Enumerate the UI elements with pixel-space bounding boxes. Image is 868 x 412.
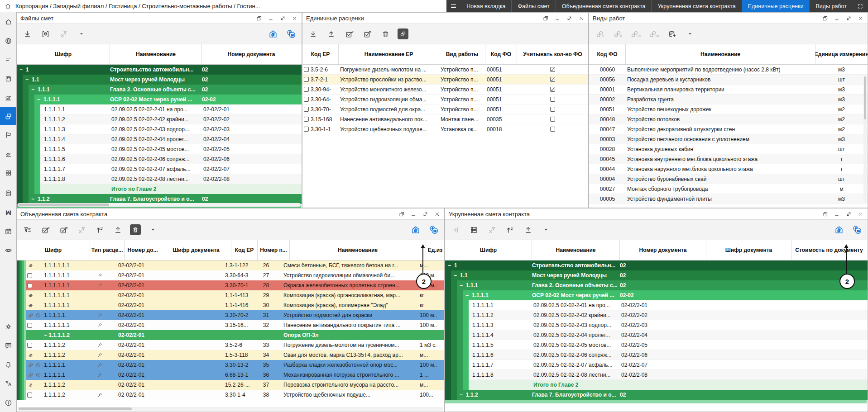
column-header[interactable]: Наименование ЕР — [339, 44, 439, 64]
maximize-icon[interactable] — [844, 210, 853, 218]
chain-icon[interactable]: v — [594, 28, 605, 40]
row-checkbox[interactable] — [304, 117, 309, 122]
tab-Единичные расценки[interactable]: Единичные расценки — [742, 0, 810, 12]
column-header[interactable]: Шифр — [445, 240, 532, 260]
minimize-icon[interactable] — [266, 14, 275, 22]
table-row[interactable]: 1.1.1.1.602.09.02.5 02-02-2-06 сопряж...… — [445, 350, 868, 360]
table-row[interactable]: 3.5-2-6Погружение дизель-молотом на ...У… — [302, 65, 588, 75]
maximize-icon[interactable] — [421, 210, 430, 218]
table-row[interactable]: 1.1.1.1.1.102-02/2-013.30-64-327Устройст… — [17, 270, 444, 280]
row-checkbox[interactable] — [304, 97, 309, 102]
column-header[interactable]: Шифр документа — [161, 240, 231, 260]
table-row[interactable]: 00002Разработка грунтам3 — [589, 95, 868, 104]
vertical-scrollbar[interactable] — [863, 76, 867, 202]
table-row[interactable]: − 1.1.1.1.202-02/2-01Опора ОП-3л — [17, 330, 444, 340]
table-row[interactable]: 00044Установка наружного мет.блока цокол… — [589, 164, 868, 174]
menu-icon[interactable] — [446, 0, 460, 12]
table-row[interactable]: 1.1.1.1.302.09.02.5 02-02-2-03 подпор...… — [17, 124, 302, 134]
table-row[interactable]: −1.1.1Глава 2. Основные объекты с...02 — [445, 280, 868, 290]
sidebar-item-chart-icon[interactable] — [0, 88, 16, 107]
filter-menu-icon[interactable] — [21, 224, 33, 236]
table-row[interactable]: 00056Посадка деревьев и кустарниковшт — [589, 75, 868, 85]
restore-icon[interactable] — [397, 210, 406, 218]
table-row[interactable]: 00027Монтаж сборного трубопроводам — [589, 184, 868, 194]
fo-count-checkbox[interactable] — [550, 97, 555, 102]
minimize-icon[interactable] — [832, 14, 841, 22]
sidebar-item-bell-icon[interactable] — [0, 355, 16, 374]
sidebar-item-eye-icon[interactable] — [0, 241, 16, 260]
column-header[interactable]: Тип расце... — [90, 240, 125, 260]
table-row[interactable]: 1.1.1.1.202-02/2-011.5-3-11834Сваи для м… — [17, 350, 444, 360]
row-checkbox[interactable] — [304, 67, 309, 72]
sidebar-item-grid-icon[interactable] — [0, 163, 16, 182]
sidebar-item-calendar-icon[interactable] — [0, 222, 16, 241]
row-checkbox[interactable] — [27, 273, 32, 278]
table-row[interactable]: −1Строительство автомобильн...02 — [445, 260, 868, 270]
upload-icon[interactable] — [325, 28, 337, 40]
column-header[interactable]: Код ЕР — [231, 240, 258, 260]
fullscreen-icon[interactable] — [853, 0, 868, 12]
table-row[interactable]: −1Строительство автомобильн...02 — [17, 65, 302, 75]
trash-icon[interactable] — [379, 28, 391, 40]
check-yes-icon[interactable] — [39, 224, 51, 236]
horizontal-scrollbar[interactable] — [18, 407, 443, 411]
tab-Укрупненная смета контракта[interactable]: Укрупненная смета контракта — [651, 0, 741, 12]
tab-Объединенная смета контракта[interactable]: Объединенная смета контракта — [556, 0, 652, 12]
check-no-icon[interactable] — [58, 224, 69, 236]
arrow-in-icon[interactable] — [450, 224, 461, 236]
table-row[interactable]: 1.1.1.1.102.09.02.5 02-02-2-01 на про...… — [17, 104, 302, 114]
column-header[interactable]: Код ФО — [485, 44, 517, 64]
close-icon[interactable] — [290, 14, 299, 22]
table-row[interactable]: −1.1Мост через ручей Молодцы02 — [17, 75, 302, 85]
restore-icon[interactable] — [541, 14, 550, 22]
table-row[interactable]: −1.1.1Глава 2. Основные объекты с...02 — [17, 85, 302, 95]
table-row[interactable]: 3.30-1-1Устройство щебеночных подуше...У… — [302, 124, 588, 134]
table-row[interactable]: −1.1.2Глава 7. Благоустройство и о...02 — [17, 194, 302, 204]
table-row[interactable]: 1.1.1.1.102-02/2-013.30-13-235Разборка к… — [17, 360, 444, 370]
table-row[interactable]: 00028Установка душевых кабиншт — [589, 144, 868, 154]
table-row[interactable]: 1.1.1.1.402.09.02.5 02-02-2-04 пролет...… — [445, 330, 868, 340]
table-row[interactable]: 1.1.1.1.502.09.02.5 02-02-2-05 мостов...… — [17, 144, 302, 154]
table-row[interactable]: 00001Вертикальная планировка территориим… — [589, 85, 868, 95]
ruble-house-icon[interactable] — [267, 28, 279, 40]
table-row[interactable]: 1.1.1.1.202-02/2-0115.2-26-...37Перевозк… — [17, 380, 444, 390]
column-header[interactable]: Наименование — [290, 240, 426, 260]
column-header[interactable]: Наименование — [626, 44, 815, 64]
table-row[interactable]: 1.1.1.1.102-02/2-016.68-13-136Механизиро… — [17, 370, 444, 380]
row-checkbox[interactable] — [304, 127, 309, 132]
minimize-icon[interactable] — [553, 14, 562, 22]
row-checkbox[interactable] — [27, 323, 32, 328]
sidebar-item-database-icon[interactable] — [0, 184, 16, 203]
close-icon[interactable] — [856, 14, 865, 22]
home-icon[interactable] — [0, 3, 15, 9]
column-header[interactable]: Учитывать кол-во ФО — [517, 44, 588, 64]
table-row[interactable]: 3.30-64-Устройство гидроизоляции обма...… — [302, 95, 588, 104]
filter-x-icon[interactable] — [58, 28, 69, 40]
sidebar-item-info-icon[interactable] — [0, 393, 16, 412]
table-row[interactable]: 1.1.1.1.202.09.02.5 02-02-2-02 крайни...… — [17, 114, 302, 124]
row-checkbox[interactable] — [27, 343, 32, 348]
column-header[interactable]: Код ЕР — [302, 44, 339, 64]
table-row[interactable]: 1.1.1.1.1.102-02/2-011.3-1-12226Смеси бе… — [17, 260, 444, 270]
table-row[interactable]: 3.7-2-1Устройство прослойки из раство...… — [302, 75, 588, 85]
table-row[interactable]: 00060Выполнение мероприятий по водоотвед… — [589, 65, 868, 75]
restore-icon[interactable] — [820, 14, 830, 22]
close-icon[interactable] — [856, 210, 865, 218]
sidebar-item-home-icon[interactable] — [0, 12, 16, 31]
table-row[interactable]: −1.1.1.1ОСР 02-02 Мост через ручей ...02… — [445, 290, 868, 300]
table-row[interactable]: 1.1.1.1.302.09.02.5 02-02-2-03 подпор...… — [445, 320, 868, 330]
table-row[interactable]: 1.1.1.1.202-02/2-013.5-2-633Погружение д… — [17, 340, 444, 350]
ruble-house-icon[interactable] — [833, 224, 845, 236]
table-row[interactable]: 1.1.1.1.802.09.02.5 02-02-2-08 лестни...… — [17, 174, 302, 184]
table-row[interactable]: 1.1.1.1.102.09.02.5 02-02-2-01 на про...… — [445, 300, 868, 310]
restore-icon[interactable] — [254, 14, 264, 22]
column-header[interactable]: Номер документа — [202, 44, 301, 64]
maximize-icon[interactable] — [565, 14, 574, 22]
column-header[interactable]: Номер п... — [258, 240, 290, 260]
move-top-icon[interactable] — [504, 224, 516, 236]
table-row[interactable]: 3.30-70-Устройство подмостей для окра...… — [302, 104, 588, 114]
column-header[interactable]: Стоимость по документу — [791, 240, 867, 260]
column-header[interactable]: Код ФО — [589, 44, 626, 64]
sidebar-item-globe-icon[interactable] — [0, 31, 16, 50]
table-row[interactable]: 00004Устройство буронабивных свайшт — [589, 174, 868, 184]
